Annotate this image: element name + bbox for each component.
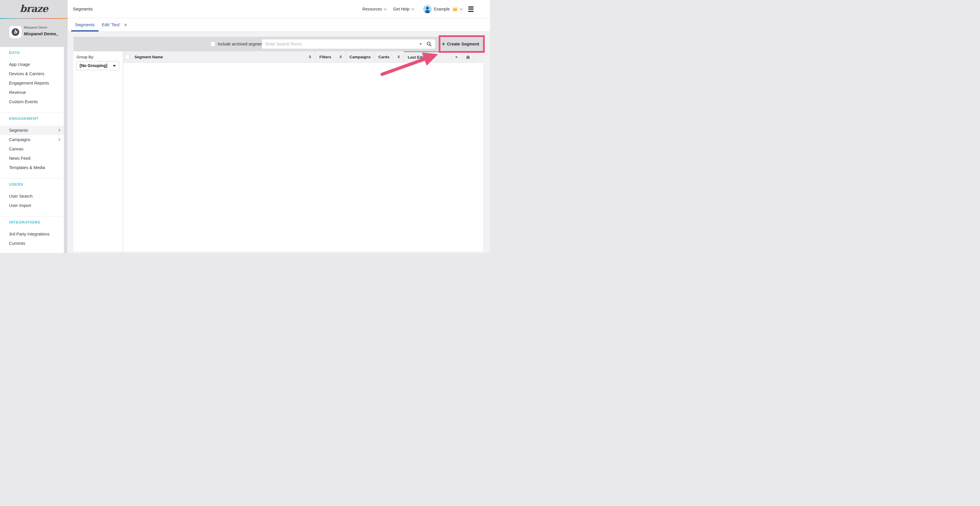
column-extra bbox=[473, 51, 483, 62]
tabs-bar: Segments Edit 'Test' × bbox=[68, 18, 490, 32]
column-segment-name[interactable]: Segment Name bbox=[131, 51, 315, 62]
sidebar-item-3rd-party-integrations[interactable]: 3rd Party Integrations bbox=[0, 229, 64, 239]
sidebar-item-label: Campaigns bbox=[9, 137, 30, 142]
chevron-down-icon bbox=[411, 7, 414, 10]
tab-label: Edit 'Test' bbox=[102, 22, 120, 27]
section-heading-engagement: ENGAGEMENT bbox=[0, 113, 64, 124]
segments-table-header: Segment Name Filters Campaigns Cards Las… bbox=[123, 51, 483, 63]
chevron-down-icon bbox=[384, 7, 387, 10]
include-archived-checkbox[interactable] bbox=[211, 42, 215, 46]
sidebar-item-templates-media[interactable]: Templates & Media bbox=[0, 163, 64, 172]
braze-logo: braze bbox=[0, 0, 68, 17]
tab-edit-test[interactable]: Edit 'Test' × bbox=[100, 18, 128, 32]
nav-section-users: USERS User Search User Import bbox=[0, 179, 64, 217]
active-tab-underline bbox=[71, 30, 99, 32]
sidebar-item-app-usage[interactable]: App Usage bbox=[0, 60, 64, 69]
get-help-menu[interactable]: Get Help bbox=[393, 7, 414, 11]
sidebar-item-news-feed[interactable]: News Feed bbox=[0, 154, 64, 163]
workspace-switcher[interactable]: b Mixpanel Demo Mixpanel Demo bbox=[0, 19, 68, 47]
segments-table-body bbox=[123, 63, 483, 252]
braze-app: braze b Mixpanel Demo Mixpanel Demo DATA… bbox=[0, 0, 490, 253]
column-label: Campaigns bbox=[349, 55, 371, 59]
dropdown-caret-icon bbox=[113, 65, 116, 67]
group-by-panel: Group By: [No Grouping] bbox=[73, 51, 123, 252]
section-heading-data: DATA bbox=[0, 47, 64, 58]
nav-section-engagement: ENGAGEMENT Segments Campaigns Canvas New… bbox=[0, 113, 64, 179]
section-heading-integrations: INTEGRATIONS bbox=[0, 217, 64, 228]
chevron-down-icon bbox=[460, 7, 463, 10]
column-label: Last Edited bbox=[408, 55, 429, 59]
column-campaigns[interactable]: Campaigns bbox=[346, 51, 374, 62]
sidebar-item-segments[interactable]: Segments bbox=[0, 125, 64, 135]
search-icon[interactable] bbox=[426, 41, 432, 47]
resources-label: Resources bbox=[362, 7, 382, 11]
column-label: Filters bbox=[320, 55, 331, 59]
sidebar-item-devices-carriers[interactable]: Devices & Carriers bbox=[0, 69, 64, 78]
include-archived-control: Include archived segments bbox=[211, 42, 266, 46]
search-input[interactable] bbox=[262, 40, 414, 49]
top-nav: Resources Get Help Example bbox=[362, 0, 490, 18]
column-label: Cards bbox=[378, 55, 390, 59]
nav-section-data: DATA App Usage Devices & Carriers Engage… bbox=[0, 47, 64, 113]
get-help-label: Get Help bbox=[393, 7, 409, 11]
braze-b-icon: b bbox=[12, 28, 19, 36]
crown-icon bbox=[452, 6, 458, 12]
chevron-right-icon bbox=[57, 138, 60, 141]
sidebar-nav: DATA App Usage Devices & Carriers Engage… bbox=[0, 47, 64, 253]
sidebar-item-engagement-reports[interactable]: Engagement Reports bbox=[0, 78, 64, 88]
resources-menu[interactable]: Resources bbox=[362, 7, 386, 11]
sidebar-item-user-import[interactable]: User Import bbox=[0, 201, 64, 210]
sidebar-item-label: Segments bbox=[9, 128, 28, 133]
sort-icon[interactable] bbox=[309, 56, 311, 59]
select-all-checkbox[interactable] bbox=[125, 55, 129, 59]
chevron-right-icon bbox=[57, 129, 60, 132]
group-by-dropdown[interactable]: [No Grouping] bbox=[76, 61, 119, 70]
plus-icon: + bbox=[442, 41, 445, 47]
hamburger-menu-icon[interactable] bbox=[468, 5, 474, 13]
select-all-cell bbox=[123, 51, 131, 62]
nav-section-integrations: INTEGRATIONS 3rd Party Integrations Curr… bbox=[0, 217, 64, 253]
sidebar-item-revenue[interactable]: Revenue bbox=[0, 88, 64, 97]
column-filters[interactable]: Filters bbox=[315, 51, 346, 62]
sidebar-item-canvas[interactable]: Canvas bbox=[0, 144, 64, 154]
create-segment-button[interactable]: + Create Segment bbox=[441, 38, 480, 50]
user-menu[interactable]: Example bbox=[423, 5, 462, 13]
top-header: Segments Resources Get Help Example bbox=[68, 0, 490, 18]
chevron-down-icon bbox=[56, 33, 59, 36]
workspace-company: Mixpanel Demo bbox=[24, 25, 47, 29]
sort-icon[interactable] bbox=[398, 56, 400, 59]
user-name: Example bbox=[434, 7, 450, 11]
logo-block: braze bbox=[0, 0, 68, 18]
sort-icon[interactable] bbox=[339, 56, 342, 59]
sidebar-item-user-search[interactable]: User Search bbox=[0, 192, 64, 201]
page-title: Segments bbox=[73, 0, 93, 18]
sidebar: braze b Mixpanel Demo Mixpanel Demo DATA… bbox=[0, 0, 68, 253]
search-dropdown-caret-icon[interactable] bbox=[419, 43, 422, 45]
sidebar-item-currents[interactable]: Currents bbox=[0, 239, 64, 248]
dropdown-caret-icon[interactable] bbox=[455, 57, 458, 58]
column-label: Segment Name bbox=[134, 55, 163, 59]
close-icon[interactable]: × bbox=[124, 18, 127, 32]
segments-toolbar: Include archived segments + Create Segme… bbox=[73, 37, 483, 51]
column-last-edited[interactable]: Last Edited bbox=[404, 51, 462, 62]
include-archived-label: Include archived segments bbox=[218, 42, 266, 46]
column-cards[interactable]: Cards bbox=[374, 51, 404, 62]
create-segment-label: Create Segment bbox=[447, 42, 479, 46]
sidebar-scrollbar[interactable] bbox=[64, 44, 67, 253]
sidebar-item-campaigns[interactable]: Campaigns bbox=[0, 135, 64, 144]
group-by-label: Group By: bbox=[76, 55, 94, 59]
sidebar-item-custom-events[interactable]: Custom Events bbox=[0, 97, 64, 106]
tab-label: Segments bbox=[75, 22, 95, 27]
section-heading-users: USERS bbox=[0, 179, 64, 190]
workspace-name: Mixpanel Demo bbox=[24, 31, 56, 36]
group-by-value: [No Grouping] bbox=[80, 62, 107, 70]
bar-chart-icon bbox=[466, 54, 471, 59]
segment-search-box bbox=[262, 40, 435, 49]
workspace-app-icon: b bbox=[10, 26, 22, 38]
column-analytics[interactable] bbox=[462, 51, 473, 62]
avatar bbox=[423, 5, 432, 13]
tab-segments[interactable]: Segments bbox=[71, 18, 99, 32]
